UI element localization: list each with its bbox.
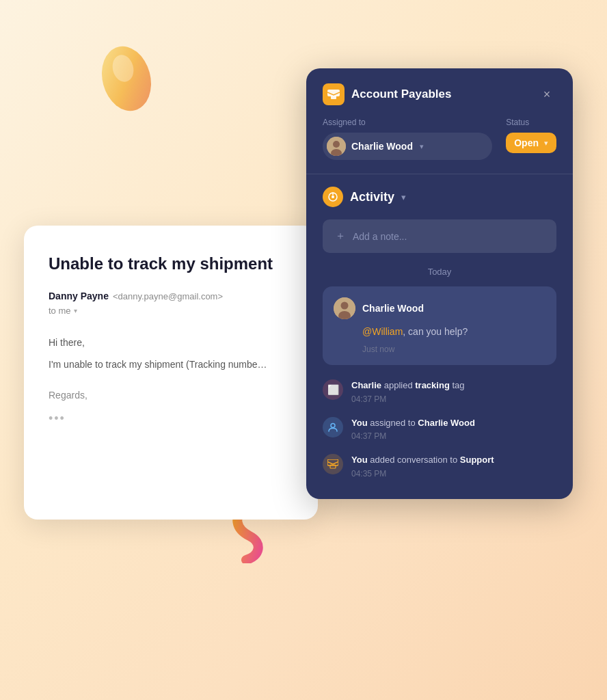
svg-point-8 [332, 196, 334, 198]
person-icon [323, 417, 343, 438]
email-to-row: to me ▾ [49, 306, 293, 316]
inbox-actor: You [351, 455, 368, 465]
email-card: Unable to track my shipment Danny Payne … [24, 226, 318, 520]
activity-content-tag: Charlie applied tracking tag 04:37 PM [351, 379, 556, 404]
add-note-button[interactable]: ＋ Add a note... [323, 219, 556, 253]
svg-point-10 [341, 302, 349, 310]
email-from-address: <danny.payne@gmail.com> [113, 291, 223, 301]
activity-icon [323, 187, 343, 207]
assigned-section: Assigned to Charlie Wood ▾ [323, 118, 492, 160]
inbox-time: 04:35 PM [351, 469, 556, 479]
add-icon: ＋ [335, 229, 346, 243]
assignee-avatar [327, 137, 346, 156]
activity-item-assign: You assigned to Charlie Wood 04:37 PM [323, 416, 556, 442]
comment-author: Charlie Wood [362, 303, 424, 314]
activity-item-tag: ⬜ Charlie applied tracking tag 04:37 PM [323, 379, 556, 404]
email-dots: ••• [49, 412, 293, 426]
to-chevron-icon: ▾ [74, 307, 77, 314]
email-regards: Regards, [49, 390, 293, 401]
panel-title: Account Payables [351, 88, 451, 101]
svg-point-5 [333, 141, 340, 148]
assign-subject: Charlie Wood [418, 418, 475, 428]
email-subject: Unable to track my shipment [49, 253, 293, 274]
email-from-name: Danny Payne [49, 291, 109, 301]
tag-icon: ⬜ [323, 379, 343, 400]
panel-title-row: Account Payables [323, 83, 451, 105]
day-label: Today [306, 267, 573, 277]
activity-content-assign: You assigned to Charlie Wood 04:37 PM [351, 416, 556, 442]
activity-text-tag: Charlie applied tracking tag [351, 379, 556, 392]
activity-item-inbox: You added conversation to Support 04:35 … [323, 453, 556, 479]
close-button[interactable]: × [537, 85, 556, 104]
panel-header: Account Payables × [306, 68, 573, 118]
gem-decoration [96, 41, 157, 116]
svg-rect-3 [331, 96, 336, 99]
assign-actor: You [351, 418, 368, 428]
divider [306, 174, 573, 174]
assignee-chevron-icon: ▾ [420, 142, 424, 151]
status-section: Status Open ▾ [506, 118, 556, 153]
activity-content-inbox: You added conversation to Support 04:35 … [351, 453, 556, 479]
activity-chevron-icon: ▾ [401, 192, 406, 202]
comment-time: Just now [362, 345, 545, 354]
meta-row: Assigned to Charlie Wood ▾ Status Open ▾ [306, 118, 573, 174]
inbox-icon [323, 83, 345, 105]
assigned-label: Assigned to [323, 118, 492, 127]
assign-time: 04:37 PM [351, 431, 556, 441]
comment-mention: @William [362, 326, 403, 337]
tag-subject: tracking [415, 380, 450, 390]
tag-actor: Charlie [351, 380, 381, 390]
activity-list: ⬜ Charlie applied tracking tag 04:37 PM [306, 379, 573, 479]
status-chevron-icon: ▾ [544, 139, 548, 148]
comment-avatar [334, 297, 355, 319]
inbox-act-icon [323, 454, 343, 474]
activity-label: Activity [350, 190, 394, 204]
comment-body: @William, can you help? [362, 325, 545, 339]
status-value: Open [514, 137, 539, 148]
activity-text-assign: You assigned to Charlie Wood [351, 416, 556, 430]
main-panel: Account Payables × Assigned to Charlie W… [306, 68, 573, 499]
comment-header: Charlie Wood [334, 297, 545, 319]
activity-text-inbox: You added conversation to Support [351, 453, 556, 467]
tag-time: 04:37 PM [351, 394, 556, 404]
activity-header: Activity ▾ [306, 187, 573, 219]
assignee-dropdown[interactable]: Charlie Wood ▾ [323, 133, 492, 160]
assignee-name: Charlie Wood [351, 141, 413, 152]
status-label: Status [506, 118, 556, 127]
inbox-subject: Support [460, 455, 494, 465]
status-dropdown[interactable]: Open ▾ [506, 133, 556, 153]
comment-bubble: Charlie Wood @William, can you help? Jus… [323, 286, 556, 365]
add-note-placeholder: Add a note... [353, 231, 407, 242]
svg-point-12 [331, 423, 335, 427]
email-body: Hi there, I'm unable to track my shipmen… [49, 335, 293, 373]
